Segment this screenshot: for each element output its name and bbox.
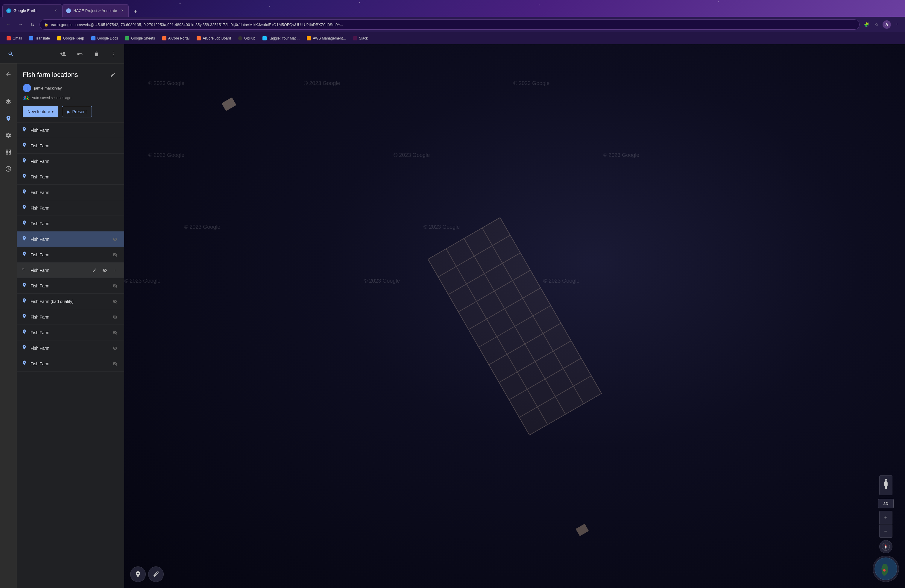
bookmark-github[interactable]: GitHub xyxy=(235,34,258,43)
timeline-btn[interactable] xyxy=(2,163,14,175)
feature-8-visibility-btn[interactable] xyxy=(110,235,119,244)
feature-name-2: Fish Farm xyxy=(30,143,119,148)
feature-item-6[interactable]: Fish Farm xyxy=(17,200,124,216)
feature-pin-icon-12 xyxy=(22,298,27,305)
sidebar-panel: Fish farm locations j jamie mac xyxy=(17,64,124,588)
feature-polygon-icon-10 xyxy=(22,267,27,273)
map-controls-bottom-left xyxy=(130,566,164,582)
new-feature-button[interactable]: New feature ▾ xyxy=(23,106,58,118)
feature-item-12[interactable]: Fish Farm (bad quality) xyxy=(17,294,124,309)
feature-9-visibility-btn[interactable] xyxy=(110,250,119,259)
feature-10-visibility-btn[interactable] xyxy=(100,266,109,275)
measure-btn[interactable] xyxy=(148,566,164,582)
bookmark-keep[interactable]: Google Keep xyxy=(54,34,87,43)
feature-name-13: Fish Farm xyxy=(30,315,107,319)
url-bar[interactable]: 🔒 earth.google.com/web/@-45.65107542,-73… xyxy=(40,19,859,30)
bookmark-slack[interactable]: Slack xyxy=(350,34,371,43)
tab-google-earth[interactable]: Google Earth ✕ xyxy=(2,4,62,17)
feature-item-16[interactable]: Fish Farm xyxy=(17,356,124,372)
profile-btn[interactable]: A xyxy=(882,20,891,29)
bookmark-btn[interactable]: ☆ xyxy=(872,20,881,29)
profile-avatar: A xyxy=(883,21,891,29)
feature-11-visibility-btn[interactable] xyxy=(110,281,119,291)
search-sidebar-btn[interactable] xyxy=(5,48,17,60)
feature-name-15: Fish Farm xyxy=(30,346,107,351)
zoom-in-btn[interactable]: + xyxy=(879,511,892,524)
feature-item-10[interactable]: Fish Farm xyxy=(17,262,124,278)
back-to-projects-btn[interactable] xyxy=(2,68,14,80)
feature-item-13[interactable]: Fish Farm xyxy=(17,309,124,325)
grid-btn[interactable] xyxy=(2,146,14,158)
feature-10-edit-btn[interactable] xyxy=(90,266,99,275)
feature-14-visibility-btn[interactable] xyxy=(110,328,119,337)
back-button[interactable]: ← xyxy=(3,20,13,29)
location-btn[interactable] xyxy=(2,113,14,124)
feature-pin-icon-8 xyxy=(22,236,27,243)
feature-item-7[interactable]: Fish Farm xyxy=(17,216,124,231)
globe-minimap-btn[interactable] xyxy=(873,556,899,582)
feature-item-1[interactable]: Fish Farm xyxy=(17,122,124,138)
present-button[interactable]: ▶ Present xyxy=(62,106,92,118)
feature-12-visibility-btn[interactable] xyxy=(110,297,119,306)
feature-pin-icon-1 xyxy=(22,127,27,133)
features-list: Fish Farm Fish Farm xyxy=(17,122,124,588)
btn-3d[interactable]: 3D xyxy=(878,499,894,509)
delete-btn[interactable] xyxy=(90,48,103,60)
layers-btn[interactable] xyxy=(2,96,14,108)
feature-item-2[interactable]: Fish Farm xyxy=(17,138,124,154)
compass-btn[interactable] xyxy=(879,540,892,553)
bookmark-aws[interactable]: AWS Management... xyxy=(304,34,349,43)
feature-10-more-btn[interactable]: ⋮ xyxy=(110,266,119,275)
bookmark-kaggle-label: Kaggle: Your Mac... xyxy=(268,36,300,40)
github-favicon xyxy=(238,36,243,40)
project-edit-btn[interactable] xyxy=(108,70,118,80)
bookmark-kaggle[interactable]: Kaggle: Your Mac... xyxy=(259,34,303,43)
more-options-btn[interactable]: ⋮ xyxy=(108,48,119,60)
feature-16-visibility-btn[interactable] xyxy=(110,359,119,368)
sidebar-toolbar: ⋮ xyxy=(0,44,124,64)
bookmark-docs[interactable]: Google Docs xyxy=(88,34,121,43)
feature-name-10: Fish Farm xyxy=(30,268,86,273)
feature-13-visibility-btn[interactable] xyxy=(110,313,119,321)
new-tab-button[interactable]: + xyxy=(130,6,141,17)
add-place-btn[interactable] xyxy=(130,566,146,582)
tab-hace[interactable]: HACE Project > Annotate ✕ xyxy=(62,4,129,17)
feature-item-4[interactable]: Fish Farm xyxy=(17,169,124,185)
feature-item-3[interactable]: Fish Farm xyxy=(17,154,124,169)
feature-item-5[interactable]: Fish Farm xyxy=(17,185,124,200)
street-view-btn[interactable] xyxy=(879,475,892,495)
feature-name-16: Fish Farm xyxy=(30,361,107,366)
chrome-menu-btn[interactable]: ⋮ xyxy=(892,20,902,29)
settings-btn[interactable] xyxy=(2,129,14,141)
bookmark-aicore-portal[interactable]: AiCore Portal xyxy=(159,34,192,43)
feature-11-actions xyxy=(110,281,119,291)
tab-close-hace[interactable]: ✕ xyxy=(119,8,125,13)
aws-favicon xyxy=(307,36,311,40)
float-obj-1 xyxy=(221,97,237,111)
extensions-btn[interactable]: 🧩 xyxy=(862,20,871,29)
tab-close-earth[interactable]: ✕ xyxy=(53,8,58,13)
feature-item-15[interactable]: Fish Farm xyxy=(17,340,124,356)
feature-item-11[interactable]: Fish Farm xyxy=(17,278,124,294)
add-collaborator-btn[interactable] xyxy=(57,48,69,60)
bookmark-github-label: GitHub xyxy=(244,36,255,40)
user-row: j jamie mackinlay xyxy=(23,84,118,92)
bookmark-gmail[interactable]: Gmail xyxy=(3,34,25,43)
undo-btn[interactable] xyxy=(74,48,86,60)
zoom-out-btn[interactable]: − xyxy=(879,524,892,538)
map-area[interactable]: © 2023 Google © 2023 Google © 2023 Googl… xyxy=(124,44,905,588)
feature-15-visibility-btn[interactable] xyxy=(110,344,119,353)
bookmark-sheets[interactable]: Google Sheets xyxy=(122,34,158,43)
feature-name-1: Fish Farm xyxy=(30,128,119,133)
forward-button[interactable]: → xyxy=(16,20,25,29)
refresh-button[interactable]: ↻ xyxy=(27,20,37,29)
sidebar: ⋮ xyxy=(0,44,124,588)
autosave-text: Auto-saved seconds ago xyxy=(32,96,71,100)
bookmark-translate[interactable]: Translate xyxy=(26,34,53,43)
bookmark-aicore-job[interactable]: AiCore Job Board xyxy=(194,34,234,43)
address-bar: ← → ↻ 🔒 earth.google.com/web/@-45.651075… xyxy=(0,17,905,32)
feature-item-14[interactable]: Fish Farm xyxy=(17,325,124,340)
feature-item-9[interactable]: Fish Farm xyxy=(17,247,124,262)
watermark-6: © 2023 Google xyxy=(603,152,639,158)
feature-item-8[interactable]: Fish Farm xyxy=(17,231,124,247)
